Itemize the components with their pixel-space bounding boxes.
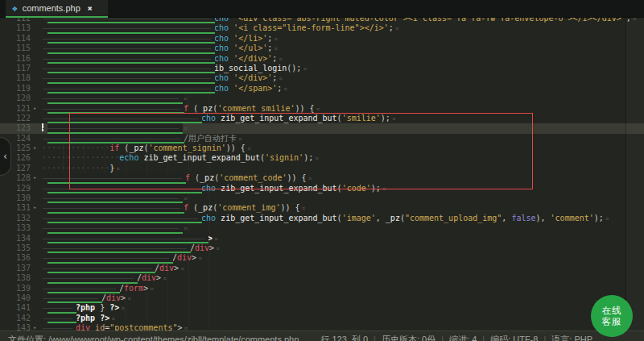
code-line[interactable]: 133}¤ (0, 223, 644, 233)
eol-marker: ¤ (238, 135, 242, 143)
tab-comments-php[interactable]: ❖ comments.php ✖ (6, 0, 108, 18)
token-fn: _pz (129, 143, 143, 152)
code-line[interactable]: 115echo '</ul>';¤ (0, 44, 644, 53)
code-line[interactable]: 134?>¤ (0, 234, 644, 243)
token-fn: zib_social_login (209, 64, 287, 73)
token-tag: div (159, 264, 174, 272)
line-number: 119 (0, 84, 31, 94)
vertical-scrollbar[interactable] (625, 18, 644, 331)
fold-marker-icon[interactable]: ▾ (33, 173, 41, 183)
status-separator: | (441, 335, 444, 341)
code-line[interactable]: 125▾··············if (_pz('comment_signi… (0, 143, 644, 153)
code-line[interactable]: 118echo '</div>';¤ (0, 73, 644, 83)
eol-marker: ¤ (308, 175, 312, 182)
eol-marker: ¤ (274, 35, 278, 43)
token-fn: zib_get_input_expand_but (221, 114, 337, 123)
status-segment: 编码: UTF-8 (490, 335, 538, 341)
indent-whitespace (47, 44, 215, 53)
code-line[interactable]: 123}¤ (0, 123, 644, 133)
code-line[interactable]: 143▾<div id="postcomments">¤ (0, 323, 644, 331)
code-line[interactable]: 116echo '</div>';¤ (0, 54, 644, 64)
code-line[interactable]: 141<?php } ?>¤ (0, 303, 644, 313)
code-line[interactable]: 121▾if (_pz('comment_smilie')) {¤ (0, 104, 644, 114)
fold-marker-icon[interactable]: ▾ (33, 104, 41, 114)
line-number: 117 (0, 64, 31, 73)
online-support-badge[interactable]: 在线 客服 (591, 295, 633, 337)
line-number: 112 (0, 18, 31, 23)
token-str: '</ul>' (233, 44, 267, 52)
code-line[interactable]: 127··············}¤ (0, 164, 644, 173)
line-content: echo zib_get_input_expand_but('smilie');… (42, 114, 396, 124)
code-line[interactable]: 135</div>¤ (0, 243, 644, 253)
status-bar: 文件位置: /www/wwwroot/wp-content/themes/zib… (0, 331, 644, 341)
eol-marker: ¤ (184, 325, 188, 331)
code-line[interactable]: 126················echo zib_get_input_ex… (0, 153, 644, 163)
code-line[interactable]: 136</div>¤ (0, 253, 644, 263)
token-php: ?> (109, 303, 119, 312)
token-cm: //用户自动打卡 (179, 134, 237, 143)
code-line[interactable]: 120}¤ (0, 94, 644, 103)
token-pun: > (156, 273, 161, 282)
code-line[interactable]: 140</div>¤ (0, 293, 644, 303)
close-icon[interactable]: ✖ (88, 4, 93, 13)
code-line[interactable]: 114echo '</li>';¤ (0, 34, 644, 44)
token-tag: div (106, 293, 121, 302)
token-tag: div (195, 243, 209, 252)
eol-marker: ¤ (111, 315, 115, 322)
indent-whitespace (47, 73, 215, 83)
line-content: echo '</li>';¤ (42, 34, 278, 44)
line-number: 137 (0, 264, 31, 273)
code-line[interactable]: 131▾if (_pz('comment_img')) {¤ (0, 203, 644, 213)
code-line[interactable]: 119echo '</span>';¤ (0, 84, 644, 94)
code-line[interactable]: 112echo '<div class="abs-right muted-col… (0, 18, 644, 23)
line-content: }¤ (42, 193, 188, 204)
fold-marker-icon[interactable]: ▾ (33, 203, 41, 213)
token-str: '</div>' (233, 73, 272, 82)
indent-whitespace (47, 243, 191, 253)
code-line[interactable]: 132echo zib_get_input_expand_but('image'… (0, 214, 644, 223)
line-content: </form>¤ (42, 284, 154, 294)
line-content: echo '</div>';¤ (42, 54, 283, 64)
sidebar-collapse-handle[interactable]: ‹ (0, 137, 11, 176)
editor-pane[interactable]: 112echo '<div class="abs-right muted-col… (0, 18, 644, 331)
indent-whitespace (47, 193, 183, 203)
code-line[interactable]: 142<?php ?>¤ (0, 314, 644, 323)
token-attr: id (90, 323, 105, 331)
fold-marker-icon[interactable]: ▾ (33, 143, 41, 153)
code-line[interactable]: 137</div>¤ (0, 264, 644, 273)
code-line[interactable]: 139</form>¤ (0, 284, 644, 293)
code-line[interactable]: 129echo zib_get_input_expand_but('code')… (0, 184, 644, 193)
line-number: 118 (0, 73, 31, 83)
eol-marker: ¤ (184, 195, 188, 202)
eol-marker: ¤ (184, 225, 188, 232)
code-line[interactable]: 130}¤ (0, 193, 644, 203)
status-segments: 行 123, 列 0|历史版本: 0份|缩进: 4|编码: UTF-8|语言: … (320, 334, 592, 341)
code-line[interactable]: 138</div>¤ (0, 273, 644, 283)
token-pun: )) { (287, 173, 306, 182)
eol-marker: ¤ (279, 75, 283, 82)
eol-marker: ¤ (121, 305, 125, 312)
token-pun: } (95, 303, 109, 312)
indent-whitespace (47, 54, 215, 64)
fold-marker-icon[interactable]: ▾ (33, 323, 41, 331)
line-content: </div>¤ (42, 253, 202, 264)
badge-line-2: 客服 (602, 316, 622, 327)
code-line[interactable]: 124//用户自动打卡¤ (0, 134, 644, 143)
line-number: 141 (0, 303, 31, 313)
token-str: '<i class="line-form-line"></i>' (233, 23, 389, 32)
indent-whitespace (47, 134, 184, 143)
token-fn: _pz (198, 104, 213, 113)
line-content: if (_pz('comment_code')) {¤ (42, 173, 312, 184)
eol-marker: ¤ (279, 56, 283, 63)
line-number: 136 (0, 253, 31, 263)
code-line[interactable]: 128▾if (_pz('comment_code')) {¤ (0, 173, 644, 183)
code-line[interactable]: 122echo zib_get_input_expand_but('smilie… (0, 114, 644, 123)
code-line[interactable]: 113echo '<i class="line-form-line"></i>'… (0, 23, 644, 33)
code-line[interactable]: 117zib_social_login();¤ (0, 64, 644, 73)
line-number: 123 (0, 123, 31, 133)
line-content: echo '<i class="line-form-line"></i>';¤ (42, 23, 399, 34)
eol-marker: ¤ (247, 145, 251, 152)
eol-marker: ¤ (283, 85, 287, 93)
eol-marker: ¤ (382, 185, 386, 193)
line-number: 130 (0, 193, 31, 203)
